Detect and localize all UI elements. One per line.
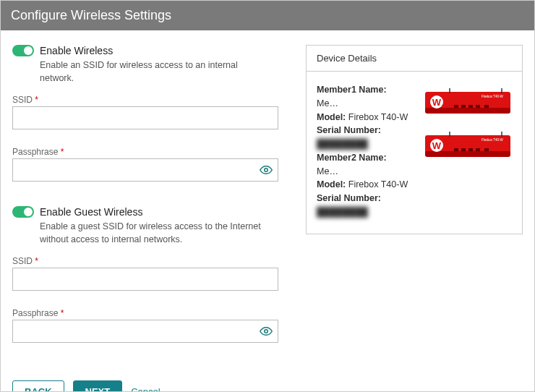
guest-toggle-label: Enable Guest Wireless: [40, 206, 142, 218]
model1-row: Model: Firebox T40-W: [317, 111, 418, 124]
svg-point-0: [265, 169, 268, 172]
firebox-device-icon: W Firebox T40-W: [425, 86, 510, 115]
device-details-header: Device Details: [307, 46, 522, 72]
footer: BACK NEXT Cancel: [1, 367, 534, 392]
content: Enable Wireless Enable an SSID for wirel…: [1, 30, 534, 367]
device-rows: Member1 Name: Mem… Model: Firebox T40-W …: [317, 83, 512, 219]
device-details-panel: Device Details Member1 Name: Mem… Model:…: [306, 45, 523, 234]
svg-point-1: [265, 330, 268, 333]
left-column: Enable Wireless Enable an SSID for wirel…: [12, 45, 287, 367]
svg-rect-7: [461, 105, 466, 108]
eye-icon[interactable]: [260, 325, 273, 338]
svg-rect-6: [454, 105, 458, 108]
wireless-description: Enable an SSID for wireless access to an…: [40, 59, 271, 85]
guest-pass-input[interactable]: [12, 320, 278, 343]
model2-row: Model: Firebox T40-W: [317, 178, 418, 192]
guest-toggle[interactable]: [12, 206, 34, 218]
right-column: Device Details Member1 Name: Mem… Model:…: [306, 45, 523, 367]
wireless-pass-label: Passphrase *: [12, 147, 287, 157]
svg-rect-15: [425, 151, 510, 157]
back-button[interactable]: BACK: [12, 380, 64, 392]
svg-rect-19: [461, 148, 466, 151]
member2-name-row: Member2 Name: Mem…: [317, 151, 418, 179]
next-button[interactable]: NEXT: [73, 380, 123, 392]
svg-rect-3: [425, 108, 510, 114]
svg-rect-9: [476, 105, 480, 108]
wireless-toggle-label: Enable Wireless: [40, 45, 113, 56]
device-images: W Firebox T40-W: [425, 83, 512, 219]
svg-rect-20: [468, 148, 473, 151]
svg-rect-18: [454, 148, 458, 151]
guest-pass-label: Passphrase *: [12, 308, 287, 318]
device-details-body: Member1 Name: Mem… Model: Firebox T40-W …: [307, 72, 522, 234]
svg-text:Firebox T40-W: Firebox T40-W: [482, 95, 503, 98]
wireless-toggle[interactable]: [12, 45, 34, 56]
guest-description: Enable a guest SSID for wireless access …: [40, 221, 271, 246]
wireless-pass-wrap: [12, 158, 278, 182]
svg-rect-8: [468, 105, 473, 108]
page-title: Configure Wireless Settings: [11, 8, 171, 22]
svg-text:W: W: [432, 140, 442, 151]
svg-rect-10: [484, 105, 489, 108]
wireless-pass-input[interactable]: [12, 158, 278, 182]
serial1-row: Serial Number: ████████: [317, 124, 418, 151]
member1-name-row: Member1 Name: Mem…: [317, 83, 418, 111]
device-text: Member1 Name: Mem… Model: Firebox T40-W …: [317, 83, 418, 219]
wireless-toggle-row: Enable Wireless: [12, 45, 287, 56]
eye-icon[interactable]: [260, 163, 273, 176]
page-header: Configure Wireless Settings: [1, 1, 534, 30]
guest-ssid-label: SSID *: [12, 256, 287, 266]
guest-pass-wrap: [12, 320, 278, 343]
svg-text:Firebox T40-W: Firebox T40-W: [482, 138, 503, 142]
guest-section: Enable Guest Wireless Enable a guest SSI…: [12, 206, 287, 343]
wireless-section: Enable Wireless Enable an SSID for wirel…: [12, 45, 287, 182]
wireless-ssid-input[interactable]: [12, 106, 278, 129]
wireless-ssid-label: SSID *: [12, 95, 287, 105]
serial2-row: Serial Number: ████████: [317, 192, 418, 219]
svg-rect-21: [476, 148, 480, 151]
cancel-link[interactable]: Cancel: [131, 386, 160, 392]
svg-rect-22: [484, 148, 489, 151]
guest-ssid-input[interactable]: [12, 268, 278, 291]
svg-text:W: W: [432, 97, 442, 108]
firebox-device-icon: W Firebox T40-W: [425, 129, 510, 158]
guest-toggle-row: Enable Guest Wireless: [12, 206, 287, 218]
